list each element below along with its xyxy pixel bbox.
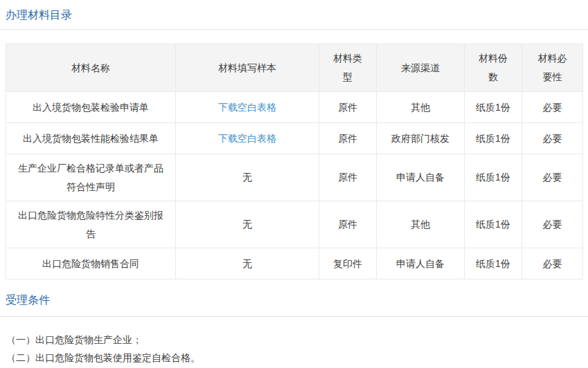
necessity-cell: 必要 (522, 123, 583, 154)
necessity-cell: 必要 (522, 154, 583, 201)
table-row: 生产企业厂检合格记录单或者产品符合性声明 无 原件 申请人自备 纸质1份 必要 (6, 154, 583, 201)
condition-item-2: （二）出口危险货物包装使用鉴定自检合格。 (6, 349, 588, 367)
sample-cell: 下载空白表格 (176, 123, 319, 154)
header-source-channel: 来源渠道 (377, 44, 465, 92)
header-material-type: 材料类型 (319, 44, 377, 92)
divider-line (0, 316, 588, 317)
source-channel-cell: 申请人自备 (377, 248, 465, 279)
table-row: 出入境货物包装性能检验结果单 下载空白表格 原件 政府部门核发 纸质1份 必要 (6, 123, 583, 154)
table-row: 出口危险货物危险特性分类鉴别报告 无 原件 其他 纸质1份 必要 (6, 201, 583, 248)
table-header-row: 材料名称 材料填写样本 材料类型 来源渠道 材料份数 材料必要性 (6, 44, 583, 92)
material-name-cell: 生产企业厂检合格记录单或者产品符合性声明 (6, 154, 176, 201)
copies-cell: 纸质1份 (465, 248, 522, 279)
material-name-cell: 出口危险货物危险特性分类鉴别报告 (6, 201, 176, 248)
material-name-cell: 出入境货物包装检验申请单 (6, 92, 176, 123)
table-row: 出入境货物包装检验申请单 下载空白表格 原件 其他 纸质1份 必要 (6, 92, 583, 123)
material-type-cell: 原件 (319, 123, 377, 154)
divider-line (0, 29, 588, 30)
necessity-cell: 必要 (522, 201, 583, 248)
download-blank-form-link[interactable]: 下载空白表格 (218, 102, 276, 113)
material-type-cell: 原件 (319, 92, 377, 123)
sample-cell: 无 (176, 154, 319, 201)
materials-section-title: 办理材料目录 (0, 0, 588, 22)
necessity-cell: 必要 (522, 248, 583, 279)
header-sample: 材料填写样本 (176, 44, 319, 92)
materials-table: 材料名称 材料填写样本 材料类型 来源渠道 材料份数 材料必要性 出入境货物包装… (6, 44, 583, 279)
copies-cell: 纸质1份 (465, 123, 522, 154)
material-name-cell: 出口危险货物销售合同 (6, 248, 176, 279)
header-material-name: 材料名称 (6, 44, 176, 92)
material-name-cell: 出入境货物包装性能检验结果单 (6, 123, 176, 154)
material-type-cell: 复印件 (319, 248, 377, 279)
acceptance-conditions: （一）出口危险货物生产企业； （二）出口危险货物包装使用鉴定自检合格。 (6, 331, 588, 367)
condition-item-1: （一）出口危险货物生产企业； (6, 331, 588, 349)
necessity-cell: 必要 (522, 92, 583, 123)
copies-cell: 纸质1份 (465, 201, 522, 248)
header-copies: 材料份数 (465, 44, 522, 92)
sample-cell: 无 (176, 201, 319, 248)
source-channel-cell: 其他 (377, 201, 465, 248)
acceptance-section-title: 受理条件 (0, 279, 588, 307)
copies-cell: 纸质1份 (465, 92, 522, 123)
table-row: 出口危险货物销售合同 无 复印件 申请人自备 纸质1份 必要 (6, 248, 583, 279)
sample-cell: 无 (176, 248, 319, 279)
copies-cell: 纸质1份 (465, 154, 522, 201)
source-channel-cell: 申请人自备 (377, 154, 465, 201)
source-channel-cell: 其他 (377, 92, 465, 123)
material-type-cell: 原件 (319, 201, 377, 248)
sample-cell: 下载空白表格 (176, 92, 319, 123)
source-channel-cell: 政府部门核发 (377, 123, 465, 154)
material-type-cell: 原件 (319, 154, 377, 201)
header-necessity: 材料必要性 (522, 44, 583, 92)
download-blank-form-link[interactable]: 下载空白表格 (218, 133, 276, 144)
